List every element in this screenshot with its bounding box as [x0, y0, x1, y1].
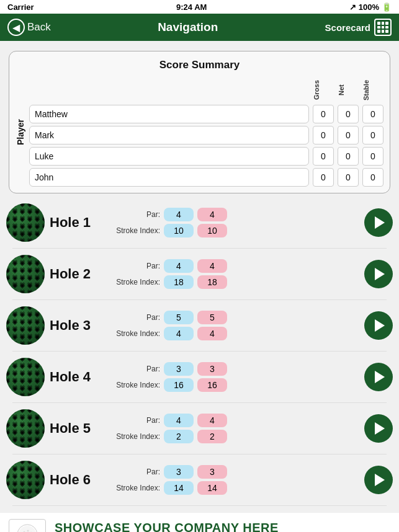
stroke-index-row: Stroke Index: 4 4	[110, 327, 359, 340]
par-label: Par:	[110, 365, 160, 373]
stroke-index-label: Stroke Index:	[110, 484, 160, 492]
player-4-name[interactable]	[29, 168, 309, 187]
hole-play-button[interactable]	[364, 414, 393, 443]
hole-row: Hole 5 Par: 4 4 Stroke Index: 2 2	[6, 409, 393, 448]
hole-separator	[12, 454, 387, 454]
hole-name: Hole 3	[50, 317, 105, 334]
table-row: 0 0 0	[29, 147, 383, 166]
play-triangle-icon	[375, 319, 385, 332]
hole-name: Hole 4	[50, 369, 105, 385]
stroke-pink-value: 10	[197, 224, 227, 237]
hole-separator	[12, 402, 387, 403]
hole-play-button[interactable]	[364, 208, 393, 237]
golf-ball-icon	[6, 306, 45, 345]
score-summary-title: Score Summary	[16, 59, 383, 71]
golf-ball-icon	[6, 358, 45, 396]
stroke-pink-value: 4	[197, 327, 227, 340]
par-label: Par:	[110, 210, 160, 219]
nav-bar: ◀ Back Navigation Scorecard	[0, 14, 399, 41]
svg-point-3	[27, 530, 29, 532]
carrier-text: Carrier	[7, 2, 34, 12]
player-2-name[interactable]	[29, 126, 309, 144]
hole-separator	[12, 248, 387, 249]
hole-6-section: Hole 6 Par: 3 3 Stroke Index: 14 14	[6, 461, 393, 506]
golf-ball-icon	[6, 203, 45, 242]
player-3-stable: 0	[362, 147, 383, 166]
hole-details: Par: 4 4 Stroke Index: 18 18	[110, 259, 359, 289]
dimples-decoration	[6, 306, 45, 345]
signal-icon: ↗	[349, 2, 356, 12]
back-button[interactable]: ◀ Back	[7, 19, 51, 36]
par-label: Par:	[110, 313, 160, 322]
hole-separator	[12, 299, 387, 300]
player-3-name[interactable]	[29, 147, 309, 166]
hole-2-section: Hole 2 Par: 4 4 Stroke Index: 18 18	[6, 255, 393, 300]
hole-row: Hole 6 Par: 3 3 Stroke Index: 14 14	[6, 461, 393, 499]
hole-name: Hole 6	[50, 472, 105, 488]
score-table: 0 0 0 0 0 0 0 0 0 0	[29, 105, 383, 187]
stroke-blue-value: 16	[164, 378, 194, 392]
stable-col-header: Stable	[362, 78, 383, 102]
stroke-index-label: Stroke Index:	[110, 432, 160, 441]
stroke-blue-value: 14	[164, 481, 194, 495]
play-triangle-icon	[375, 422, 385, 435]
hole-separator	[12, 505, 387, 506]
par-row: Par: 4 4	[110, 414, 359, 427]
hole-play-button[interactable]	[364, 260, 393, 288]
hole-row: Hole 1 Par: 4 4 Stroke Index: 10 10	[6, 203, 393, 242]
player-1-stable: 0	[362, 105, 383, 123]
stroke-index-row: Stroke Index: 18 18	[110, 275, 359, 289]
dimples-decoration	[6, 255, 45, 293]
stroke-index-row: Stroke Index: 10 10	[110, 224, 359, 237]
par-label: Par:	[110, 262, 160, 270]
stroke-index-row: Stroke Index: 2 2	[110, 430, 359, 443]
battery-icon: 🔋	[382, 2, 392, 12]
scorecard-label: Scorecard	[325, 22, 370, 33]
player-2-stable: 0	[362, 126, 383, 144]
player-1-name[interactable]	[29, 105, 309, 123]
par-row: Par: 5 5	[110, 311, 359, 324]
par-label: Par:	[110, 468, 160, 476]
stroke-pink-value: 18	[197, 275, 227, 289]
par-blue-value: 4	[164, 414, 194, 427]
hole-details: Par: 5 5 Stroke Index: 4 4	[110, 311, 359, 340]
par-row: Par: 3 3	[110, 465, 359, 479]
player-3-gross: 0	[313, 147, 334, 166]
hole-5-section: Hole 5 Par: 4 4 Stroke Index: 2 2	[6, 409, 393, 454]
hole-row: Hole 3 Par: 5 5 Stroke Index: 4 4	[6, 306, 393, 345]
dimples-decoration	[6, 409, 45, 448]
hole-play-button[interactable]	[364, 311, 393, 340]
table-row: 0 0 0	[29, 126, 383, 144]
time-text: 9:24 AM	[176, 2, 207, 12]
par-pink-value: 4	[197, 259, 227, 273]
stroke-blue-value: 10	[164, 224, 194, 237]
hole-name: Hole 5	[50, 420, 105, 437]
dimples-decoration	[6, 203, 45, 242]
scorecard-button[interactable]: Scorecard	[325, 19, 392, 36]
score-summary-panel: Score Summary Player Gross Net Stable 0 …	[9, 51, 390, 193]
hole-details: Par: 4 4 Stroke Index: 2 2	[110, 414, 359, 443]
par-pink-value: 3	[197, 362, 227, 376]
hole-details: Par: 3 3 Stroke Index: 14 14	[110, 465, 359, 495]
stroke-blue-value: 2	[164, 430, 194, 443]
par-pink-value: 5	[197, 311, 227, 324]
scorecard-grid-icon	[374, 19, 392, 36]
golf-ball-icon	[6, 461, 45, 499]
stroke-blue-value: 4	[164, 327, 194, 340]
player-4-stable: 0	[362, 168, 383, 187]
play-triangle-icon	[375, 216, 385, 229]
stroke-index-label: Stroke Index:	[110, 278, 160, 286]
hole-play-button[interactable]	[364, 363, 393, 391]
par-row: Par: 4 4	[110, 208, 359, 221]
holes-list: Hole 1 Par: 4 4 Stroke Index: 10 10	[0, 203, 399, 506]
par-blue-value: 4	[164, 259, 194, 273]
hole-name: Hole 1	[50, 215, 105, 231]
hole-play-button[interactable]	[364, 466, 393, 494]
par-label: Par:	[110, 416, 160, 425]
hole-row: Hole 4 Par: 3 3 Stroke Index: 16 16	[6, 358, 393, 396]
stroke-index-label: Stroke Index:	[110, 226, 160, 235]
golf-ball-icon	[6, 255, 45, 293]
hole-3-section: Hole 3 Par: 5 5 Stroke Index: 4 4	[6, 306, 393, 352]
par-blue-value: 3	[164, 362, 194, 376]
player-4-gross: 0	[313, 168, 334, 187]
